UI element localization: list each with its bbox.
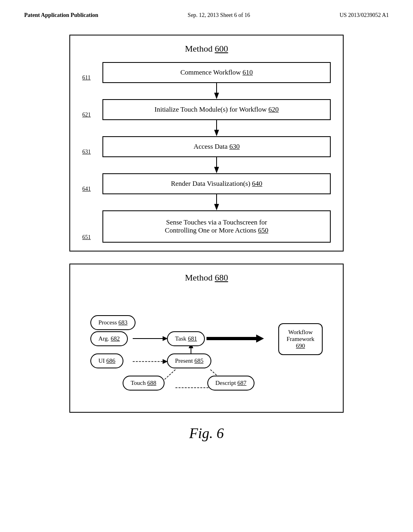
arrow-3 <box>82 157 331 173</box>
method600-title: Method 600 <box>82 44 331 54</box>
method680-title: Method 680 <box>82 272 331 283</box>
method680-diagram: Method 680 <box>69 264 344 413</box>
header-right: US 2013/0239052 A1 <box>340 12 389 19</box>
method600-ref: 600 <box>215 44 228 54</box>
step-label-621: 621 <box>82 112 98 120</box>
step-label-611: 611 <box>82 75 98 83</box>
flow-steps: 611 Commence Workflow 610 621 Initialize… <box>82 62 331 243</box>
step-row-5: 651 Sense Touches via a Touchscreen forC… <box>82 210 331 243</box>
step-row-1: 611 Commence Workflow 610 <box>82 62 331 83</box>
step-box-610: Commence Workflow 610 <box>102 62 331 83</box>
step-row-2: 621 Initialize Touch Module(s) for Workf… <box>82 99 331 120</box>
figure-caption: Fig. 6 <box>24 425 389 442</box>
descript-node: Descript 687 <box>207 376 254 391</box>
step-row-4: 641 Render Data Visualization(s) 640 <box>82 173 331 194</box>
process-node: Process 683 <box>90 315 136 330</box>
arrow-2 <box>82 120 331 136</box>
ui-node: UI 686 <box>90 353 123 368</box>
svg-marker-5 <box>214 167 219 173</box>
step-box-630: Access Data 630 <box>102 136 331 157</box>
step-box-640: Render Data Visualization(s) 640 <box>102 173 331 194</box>
svg-marker-3 <box>214 130 219 136</box>
svg-marker-7 <box>214 204 219 210</box>
svg-marker-1 <box>214 93 219 99</box>
step-box-650: Sense Touches via a Touchscreen forContr… <box>102 210 331 243</box>
step-label-641: 641 <box>82 186 98 194</box>
step-label-651: 651 <box>82 234 98 243</box>
workflow-framework-node: WorkflowFramework690 <box>278 323 323 355</box>
step-row-3: 631 Access Data 630 <box>82 136 331 157</box>
arg-node: Arg. 682 <box>90 331 128 346</box>
arrow-1 <box>82 83 331 99</box>
step-box-620: Initialize Touch Module(s) for Workflow … <box>102 99 331 120</box>
svg-marker-11 <box>256 335 264 343</box>
present-node: Present 685 <box>167 353 211 368</box>
header-left: Patent Application Publication <box>24 12 98 19</box>
touch-node: Touch 688 <box>123 376 165 391</box>
task-node: Task 681 <box>167 331 205 346</box>
page-header: Patent Application Publication Sep. 12, … <box>24 12 389 19</box>
arrow-4 <box>82 194 331 210</box>
header-center: Sep. 12, 2013 Sheet 6 of 16 <box>188 12 250 19</box>
step-label-631: 631 <box>82 149 98 157</box>
method600-diagram: Method 600 611 Commence Workflow 610 621 <box>69 35 344 251</box>
method680-ref: 680 <box>215 272 228 283</box>
method680-inner: Process 683 Arg. 682 Task 681 UI 686 Pre… <box>82 291 331 404</box>
